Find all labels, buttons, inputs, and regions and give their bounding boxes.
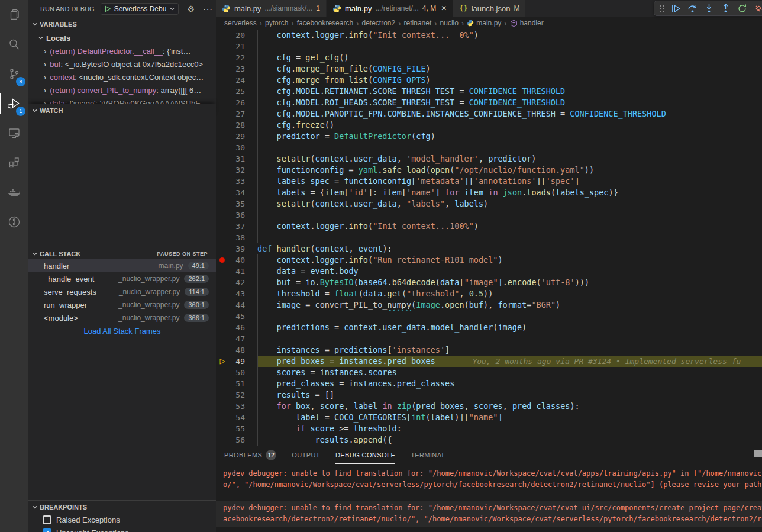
- gutter-cell[interactable]: 33: [216, 176, 257, 187]
- sidebar-item-gitlens[interactable]: [0, 207, 28, 237]
- more-actions-icon[interactable]: ···: [203, 4, 213, 14]
- breadcrumb-item-symbol[interactable]: handler: [510, 19, 544, 27]
- code-content[interactable]: context.logger.info("Init context...100%…: [257, 221, 762, 232]
- code-line[interactable]: 38: [216, 232, 762, 243]
- sidebar-item-explorer[interactable]: [0, 0, 28, 30]
- call-stack-section-header[interactable]: CALL STACK PAUSED ON STEP: [28, 247, 216, 260]
- stack-frame-row[interactable]: _handle_event _nuclio_wrapper.py 262:1: [28, 272, 216, 285]
- panel-tab-output[interactable]: OUTPUT: [292, 446, 320, 464]
- code-content[interactable]: cfg.freeze(): [257, 120, 762, 131]
- sidebar-item-docker[interactable]: [0, 178, 28, 207]
- code-content[interactable]: cfg.MODEL.RETINANET.SCORE_THRESH_TEST = …: [257, 86, 762, 97]
- step-over-button[interactable]: [687, 4, 698, 14]
- code-line[interactable]: 35 setattr(context.user_data, "labels", …: [216, 198, 762, 209]
- sidebar-item-source-control[interactable]: 8: [0, 59, 28, 89]
- load-all-stack-frames-link[interactable]: Load All Stack Frames: [28, 324, 216, 337]
- gutter-cell[interactable]: 52: [216, 389, 257, 401]
- gutter-cell[interactable]: 24: [216, 75, 257, 86]
- breakpoints-section-header[interactable]: BREAKPOINTS: [28, 500, 216, 513]
- code-content[interactable]: for box, score, label in zip(pred_boxes,…: [257, 401, 762, 412]
- gutter-cell[interactable]: 25: [216, 86, 257, 97]
- gutter-cell[interactable]: 43: [216, 288, 257, 299]
- code-content[interactable]: [257, 311, 762, 322]
- gutter-cell[interactable]: 22: [216, 52, 257, 63]
- gutter-cell[interactable]: 45: [216, 311, 257, 322]
- sidebar-item-run-and-debug[interactable]: 1: [0, 89, 28, 118]
- gutter-cell[interactable]: 23: [216, 63, 257, 75]
- code-content[interactable]: [257, 41, 762, 52]
- tab-launch-json[interactable]: {} launch.json M: [453, 0, 526, 17]
- code-line[interactable]: 22 cfg = get_cfg(): [216, 52, 762, 63]
- breadcrumb-item[interactable]: facebookresearch: [297, 19, 353, 27]
- code-line[interactable]: 41 data = event.body: [216, 266, 762, 277]
- code-content[interactable]: def handler(context, event):: [257, 243, 762, 254]
- panel-tab-terminal[interactable]: TERMINAL: [411, 446, 445, 464]
- code-line[interactable]: 44 image = convert_PIL_to_numpy(Image.op…: [216, 299, 762, 311]
- breadcrumb-item-file[interactable]: main.py: [467, 19, 501, 27]
- code-line[interactable]: 39def handler(context, event):: [216, 243, 762, 254]
- panel-scrollbar-thumb[interactable]: [754, 450, 762, 457]
- code-content[interactable]: cfg.merge_from_list(CONFIG_OPTS): [257, 75, 762, 86]
- panel-tab-debug-console[interactable]: DEBUG CONSOLE: [335, 446, 395, 464]
- code-content[interactable]: cfg.merge_from_file(CONFIG_FILE): [257, 63, 762, 75]
- code-content[interactable]: instances = predictions['instances']: [257, 344, 762, 356]
- code-line[interactable]: 34 labels = {item['id']: item['name'] fo…: [216, 187, 762, 198]
- code-content[interactable]: cfg = get_cfg(): [257, 52, 762, 63]
- gutter-cell[interactable]: 40: [216, 254, 257, 266]
- gutter-cell[interactable]: 39: [216, 243, 257, 254]
- gutter-cell[interactable]: 47: [216, 333, 257, 344]
- code-content[interactable]: buf = io.BytesIO(base64.b64decode(data["…: [257, 277, 762, 288]
- breadcrumb-item[interactable]: pytorch: [265, 19, 288, 27]
- start-debug-icon[interactable]: [104, 5, 111, 12]
- panel-tab-problems[interactable]: PROBLEMS 12: [224, 446, 276, 464]
- code-line[interactable]: 53 for box, score, label in zip(pred_box…: [216, 401, 762, 412]
- gutter-cell[interactable]: 55: [216, 423, 257, 434]
- code-line[interactable]: 32 functionconfig = yaml.safe_load(open(…: [216, 165, 762, 176]
- gutter-cell[interactable]: 34: [216, 187, 257, 198]
- step-out-button[interactable]: [721, 4, 731, 14]
- code-line[interactable]: 37 context.logger.info("Init context...1…: [216, 221, 762, 232]
- code-line[interactable]: 29 predictor = DefaultPredictor(cfg): [216, 131, 762, 142]
- code-content[interactable]: threshold = float(data.get("threshold", …: [257, 288, 762, 299]
- gutter-cell[interactable]: 36: [216, 209, 257, 221]
- code-line[interactable]: 42 buf = io.BytesIO(base64.b64decode(dat…: [216, 277, 762, 288]
- breadcrumb-item[interactable]: retinanet: [404, 19, 432, 27]
- stack-frame-row[interactable]: handler main.py 49:1: [28, 259, 216, 272]
- gutter-cell[interactable]: 35: [216, 198, 257, 209]
- gutter-cell[interactable]: 31: [216, 153, 257, 165]
- variable-row[interactable]: › data {'image': 'iVBORw0KGgoAAAANSUhE…: [28, 96, 216, 104]
- code-content[interactable]: pred_classes = instances.pred_classes: [257, 378, 762, 389]
- gutter-cell[interactable]: 56: [216, 434, 257, 446]
- continue-button[interactable]: [671, 4, 681, 14]
- stack-frame-row[interactable]: serve_requests _nuclio_wrapper.py 114:1: [28, 285, 216, 298]
- gutter-cell[interactable]: 46: [216, 322, 257, 333]
- sidebar-item-search[interactable]: [0, 30, 28, 59]
- breadcrumb-item[interactable]: nuclio: [440, 19, 459, 27]
- code-content[interactable]: results = []: [257, 389, 762, 401]
- variable-row[interactable]: › context <nuclio_sdk.context.Context ob…: [28, 70, 216, 83]
- gutter-cell[interactable]: 20: [216, 30, 257, 41]
- gutter-cell[interactable]: 38: [216, 232, 257, 243]
- tab-main-py-siammask[interactable]: main.py .../siammask/... 1: [216, 0, 327, 17]
- code-content[interactable]: [257, 209, 762, 221]
- gutter-cell[interactable]: 48: [216, 344, 257, 356]
- code-line[interactable]: 26 cfg.MODEL.ROI_HEADS.SCORE_THRESH_TEST…: [216, 97, 762, 108]
- variable-row[interactable]: › (return) DefaultPredictor.__call__ {'i…: [28, 44, 216, 57]
- code-line[interactable]: 33 labels_spec = functionconfig['metadat…: [216, 176, 762, 187]
- disconnect-button[interactable]: [754, 4, 762, 14]
- gutter-cell[interactable]: 29: [216, 131, 257, 142]
- code-line[interactable]: 23 cfg.merge_from_file(CONFIG_FILE): [216, 63, 762, 75]
- code-line[interactable]: 40 context.logger.info("Run retinanet-R1…: [216, 254, 762, 266]
- code-content[interactable]: functionconfig = yaml.safe_load(open("/o…: [257, 165, 762, 176]
- code-line[interactable]: ▷49 pred_boxes = instances.pred_boxesYou…: [216, 356, 762, 367]
- code-line[interactable]: 43 threshold = float(data.get("threshold…: [216, 288, 762, 299]
- gutter-cell[interactable]: 26: [216, 97, 257, 108]
- checkbox-checked[interactable]: ✓: [43, 528, 51, 532]
- breadcrumb-item[interactable]: detectron2: [361, 19, 395, 27]
- gutter-cell[interactable]: 44: [216, 299, 257, 311]
- watch-section-header[interactable]: WATCH: [28, 104, 216, 117]
- code-line[interactable]: 31 setattr(context.user_data, 'model_han…: [216, 153, 762, 165]
- code-content[interactable]: pred_boxes = instances.pred_boxesYou, 2 …: [257, 356, 762, 367]
- code-line[interactable]: 54 label = COCO_CATEGORIES[int(label)]["…: [216, 412, 762, 423]
- code-content[interactable]: labels_spec = functionconfig['metadata']…: [257, 176, 762, 187]
